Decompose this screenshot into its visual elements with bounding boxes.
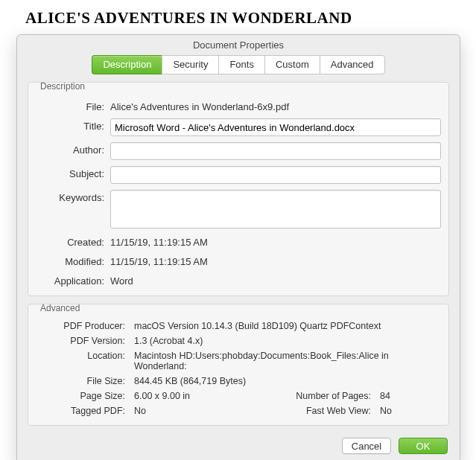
tagged-label: Tagged PDF: <box>36 406 134 416</box>
modified-value: 11/15/19, 11:19:15 AM <box>110 254 441 267</box>
keywords-input[interactable] <box>110 190 441 229</box>
description-group: Description File: Alice's Adventures in … <box>28 82 449 296</box>
tab-security[interactable]: Security <box>162 55 218 74</box>
application-value: Word <box>110 273 441 287</box>
button-bar: Cancel OK <box>17 433 460 460</box>
description-legend: Description <box>37 81 88 92</box>
numpages-value: 84 <box>380 391 441 401</box>
filesize-value: 844.45 KB (864,719 Bytes) <box>134 376 441 386</box>
version-label: PDF Version: <box>36 336 134 346</box>
file-value: Alice's Adventures in Wonderland-6x9.pdf <box>110 99 441 112</box>
page-title: ALICE'S ADVENTURES IN WONDERLAND <box>0 0 476 28</box>
keywords-label: Keywords: <box>36 190 110 203</box>
pagesize-label: Page Size: <box>36 391 134 401</box>
ok-button[interactable]: OK <box>399 438 448 454</box>
producer-label: PDF Producer: <box>36 321 134 331</box>
subject-input[interactable] <box>110 166 441 184</box>
tab-advanced[interactable]: Advanced <box>320 55 385 74</box>
modified-label: Modified: <box>36 254 110 267</box>
pagesize-value: 6.00 x 9.00 in <box>134 391 282 401</box>
document-properties-dialog: Document Properties Description Security… <box>16 34 460 460</box>
fastweb-label: Fast Web View: <box>282 406 380 416</box>
author-input[interactable] <box>110 142 441 160</box>
title-label: Title: <box>36 118 110 132</box>
tab-bar: Description Security Fonts Custom Advanc… <box>17 55 460 77</box>
cancel-button[interactable]: Cancel <box>342 438 391 454</box>
created-value: 11/15/19, 11:19:15 AM <box>110 234 441 248</box>
advanced-legend: Advanced <box>37 303 83 313</box>
file-label: File: <box>36 99 110 112</box>
version-value: 1.3 (Acrobat 4.x) <box>134 336 441 346</box>
tab-custom[interactable]: Custom <box>264 55 320 74</box>
location-value: Macintosh HD:Users:phobday:Documents:Boo… <box>134 351 441 371</box>
filesize-label: File Size: <box>36 376 134 386</box>
title-input[interactable] <box>110 118 441 136</box>
location-label: Location: <box>36 351 134 371</box>
producer-value: macOS Version 10.14.3 (Build 18D109) Qua… <box>134 321 441 331</box>
advanced-group: Advanced PDF Producer: macOS Version 10.… <box>28 304 449 426</box>
fastweb-value: No <box>380 406 441 416</box>
tab-description[interactable]: Description <box>92 55 162 74</box>
tagged-value: No <box>134 406 282 416</box>
created-label: Created: <box>36 234 110 248</box>
subject-label: Subject: <box>36 166 110 179</box>
tab-fonts[interactable]: Fonts <box>218 55 264 74</box>
application-label: Application: <box>36 273 110 287</box>
numpages-label: Number of Pages: <box>282 391 380 401</box>
author-label: Author: <box>36 142 110 156</box>
dialog-title: Document Properties <box>17 35 460 55</box>
